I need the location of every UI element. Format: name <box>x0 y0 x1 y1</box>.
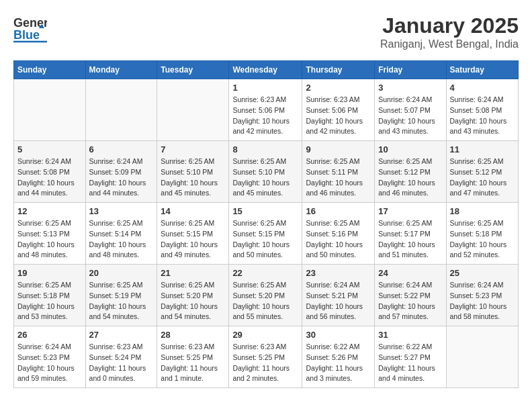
day-number: 3 <box>378 83 442 93</box>
day-number: 17 <box>378 206 442 216</box>
table-row: 24Sunrise: 6:24 AM Sunset: 5:22 PM Dayli… <box>375 265 446 326</box>
day-number: 23 <box>306 268 371 278</box>
day-detail: Sunrise: 6:23 AM Sunset: 5:25 PM Dayligh… <box>161 342 225 384</box>
table-row: 4Sunrise: 6:24 AM Sunset: 5:08 PM Daylig… <box>446 79 519 141</box>
table-row: 28Sunrise: 6:23 AM Sunset: 5:25 PM Dayli… <box>157 326 229 388</box>
day-detail: Sunrise: 6:24 AM Sunset: 5:08 PM Dayligh… <box>450 95 515 137</box>
table-row <box>446 326 519 388</box>
calendar-week-row: 5Sunrise: 6:24 AM Sunset: 5:08 PM Daylig… <box>14 141 519 203</box>
calendar-subtitle: Raniganj, West Bengal, India <box>380 38 519 50</box>
day-number: 2 <box>306 83 371 93</box>
day-detail: Sunrise: 6:24 AM Sunset: 5:07 PM Dayligh… <box>378 95 442 137</box>
header: General Blue January 2025 Raniganj, West… <box>13 13 519 50</box>
day-number: 10 <box>378 144 442 154</box>
table-row: 19Sunrise: 6:25 AM Sunset: 5:18 PM Dayli… <box>14 265 86 326</box>
svg-text:Blue: Blue <box>13 28 40 42</box>
calendar-title: January 2025 <box>380 13 519 38</box>
table-row: 12Sunrise: 6:25 AM Sunset: 5:13 PM Dayli… <box>14 203 86 265</box>
table-row <box>14 79 86 141</box>
day-detail: Sunrise: 6:24 AM Sunset: 5:23 PM Dayligh… <box>450 280 515 322</box>
day-number: 30 <box>306 330 371 340</box>
day-detail: Sunrise: 6:25 AM Sunset: 5:18 PM Dayligh… <box>450 218 515 261</box>
day-number: 7 <box>161 144 225 154</box>
day-detail: Sunrise: 6:24 AM Sunset: 5:08 PM Dayligh… <box>17 156 82 199</box>
day-number: 12 <box>17 206 82 216</box>
table-row: 7Sunrise: 6:25 AM Sunset: 5:10 PM Daylig… <box>157 141 229 203</box>
day-detail: Sunrise: 6:24 AM Sunset: 5:23 PM Dayligh… <box>17 342 82 384</box>
day-detail: Sunrise: 6:25 AM Sunset: 5:12 PM Dayligh… <box>378 156 442 199</box>
header-tuesday: Tuesday <box>157 61 229 79</box>
day-detail: Sunrise: 6:24 AM Sunset: 5:22 PM Dayligh… <box>378 280 442 322</box>
day-number: 20 <box>89 268 154 278</box>
table-row: 1Sunrise: 6:23 AM Sunset: 5:06 PM Daylig… <box>229 79 302 141</box>
day-detail: Sunrise: 6:25 AM Sunset: 5:10 PM Dayligh… <box>161 156 225 199</box>
calendar-week-row: 1Sunrise: 6:23 AM Sunset: 5:06 PM Daylig… <box>14 79 519 141</box>
day-number: 4 <box>450 83 515 93</box>
day-number: 26 <box>17 330 82 340</box>
table-row: 18Sunrise: 6:25 AM Sunset: 5:18 PM Dayli… <box>446 203 519 265</box>
table-row <box>157 79 229 141</box>
day-detail: Sunrise: 6:25 AM Sunset: 5:12 PM Dayligh… <box>450 156 515 199</box>
day-detail: Sunrise: 6:25 AM Sunset: 5:10 PM Dayligh… <box>232 156 298 199</box>
table-row: 5Sunrise: 6:24 AM Sunset: 5:08 PM Daylig… <box>14 141 86 203</box>
day-detail: Sunrise: 6:23 AM Sunset: 5:24 PM Dayligh… <box>89 342 154 384</box>
header-wednesday: Wednesday <box>229 61 302 79</box>
day-detail: Sunrise: 6:22 AM Sunset: 5:26 PM Dayligh… <box>306 342 371 384</box>
calendar-week-row: 26Sunrise: 6:24 AM Sunset: 5:23 PM Dayli… <box>14 326 519 388</box>
table-row: 31Sunrise: 6:22 AM Sunset: 5:27 PM Dayli… <box>375 326 446 388</box>
table-row: 2Sunrise: 6:23 AM Sunset: 5:06 PM Daylig… <box>302 79 375 141</box>
day-detail: Sunrise: 6:25 AM Sunset: 5:15 PM Dayligh… <box>232 218 298 261</box>
table-row: 30Sunrise: 6:22 AM Sunset: 5:26 PM Dayli… <box>302 326 375 388</box>
day-detail: Sunrise: 6:25 AM Sunset: 5:20 PM Dayligh… <box>161 280 225 322</box>
table-row: 14Sunrise: 6:25 AM Sunset: 5:15 PM Dayli… <box>157 203 229 265</box>
table-row: 20Sunrise: 6:25 AM Sunset: 5:19 PM Dayli… <box>85 265 157 326</box>
logo: General Blue <box>13 13 47 44</box>
day-detail: Sunrise: 6:25 AM Sunset: 5:17 PM Dayligh… <box>378 218 442 261</box>
day-detail: Sunrise: 6:25 AM Sunset: 5:18 PM Dayligh… <box>17 280 82 322</box>
day-detail: Sunrise: 6:25 AM Sunset: 5:16 PM Dayligh… <box>306 218 371 261</box>
day-number: 16 <box>306 206 371 216</box>
table-row: 16Sunrise: 6:25 AM Sunset: 5:16 PM Dayli… <box>302 203 375 265</box>
day-number: 11 <box>450 144 515 154</box>
table-row: 6Sunrise: 6:24 AM Sunset: 5:09 PM Daylig… <box>85 141 157 203</box>
day-number: 1 <box>232 83 298 93</box>
day-detail: Sunrise: 6:25 AM Sunset: 5:14 PM Dayligh… <box>89 218 154 261</box>
day-detail: Sunrise: 6:25 AM Sunset: 5:20 PM Dayligh… <box>232 280 298 322</box>
table-row: 25Sunrise: 6:24 AM Sunset: 5:23 PM Dayli… <box>446 265 519 326</box>
header-sunday: Sunday <box>14 61 86 79</box>
table-row: 22Sunrise: 6:25 AM Sunset: 5:20 PM Dayli… <box>229 265 302 326</box>
day-detail: Sunrise: 6:22 AM Sunset: 5:27 PM Dayligh… <box>378 342 442 384</box>
page-container: General Blue January 2025 Raniganj, West… <box>13 13 519 388</box>
day-detail: Sunrise: 6:23 AM Sunset: 5:25 PM Dayligh… <box>232 342 298 384</box>
day-detail: Sunrise: 6:24 AM Sunset: 5:09 PM Dayligh… <box>89 156 154 199</box>
table-row: 23Sunrise: 6:24 AM Sunset: 5:21 PM Dayli… <box>302 265 375 326</box>
header-friday: Friday <box>375 61 446 79</box>
day-number: 18 <box>450 206 515 216</box>
table-row: 26Sunrise: 6:24 AM Sunset: 5:23 PM Dayli… <box>14 326 86 388</box>
day-number: 24 <box>378 268 442 278</box>
table-row: 27Sunrise: 6:23 AM Sunset: 5:24 PM Dayli… <box>85 326 157 388</box>
day-detail: Sunrise: 6:25 AM Sunset: 5:13 PM Dayligh… <box>17 218 82 261</box>
title-area: January 2025 Raniganj, West Bengal, Indi… <box>380 13 519 50</box>
day-number: 9 <box>306 144 371 154</box>
table-row: 11Sunrise: 6:25 AM Sunset: 5:12 PM Dayli… <box>446 141 519 203</box>
day-number: 21 <box>161 268 225 278</box>
day-detail: Sunrise: 6:23 AM Sunset: 5:06 PM Dayligh… <box>306 95 371 137</box>
day-number: 13 <box>89 206 154 216</box>
logo-icon: General Blue <box>13 13 47 44</box>
header-saturday: Saturday <box>446 61 519 79</box>
table-row: 9Sunrise: 6:25 AM Sunset: 5:11 PM Daylig… <box>302 141 375 203</box>
day-number: 25 <box>450 268 515 278</box>
calendar-week-row: 12Sunrise: 6:25 AM Sunset: 5:13 PM Dayli… <box>14 203 519 265</box>
day-number: 15 <box>232 206 298 216</box>
day-detail: Sunrise: 6:25 AM Sunset: 5:11 PM Dayligh… <box>306 156 371 199</box>
day-number: 5 <box>17 144 82 154</box>
header-monday: Monday <box>85 61 157 79</box>
table-row: 13Sunrise: 6:25 AM Sunset: 5:14 PM Dayli… <box>85 203 157 265</box>
day-number: 8 <box>232 144 298 154</box>
day-number: 19 <box>17 268 82 278</box>
day-detail: Sunrise: 6:25 AM Sunset: 5:19 PM Dayligh… <box>89 280 154 322</box>
day-number: 27 <box>89 330 154 340</box>
table-row <box>85 79 157 141</box>
calendar-header-row: Sunday Monday Tuesday Wednesday Thursday… <box>14 61 519 79</box>
